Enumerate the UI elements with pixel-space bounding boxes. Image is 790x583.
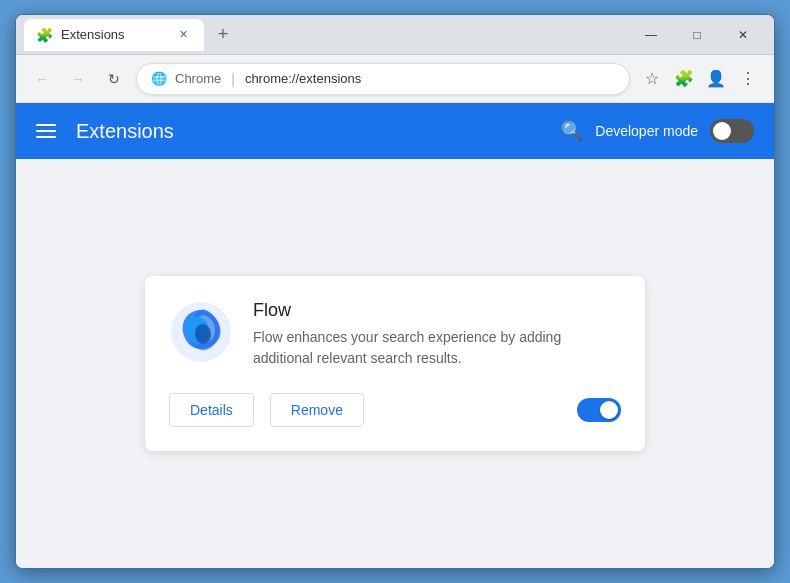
extensions-header-right: 🔍 Developer mode bbox=[561, 119, 754, 143]
url-separator: | bbox=[231, 71, 235, 87]
hamburger-menu-button[interactable] bbox=[36, 124, 56, 138]
address-bar-actions: ☆ 🧩 👤 ⋮ bbox=[638, 65, 762, 93]
url-globe-icon: 🌐 bbox=[151, 71, 167, 86]
forward-button[interactable]: → bbox=[64, 65, 92, 93]
extensions-puzzle-button[interactable]: 🧩 bbox=[670, 65, 698, 93]
developer-mode-toggle[interactable] bbox=[710, 119, 754, 143]
hamburger-line-1 bbox=[36, 124, 56, 126]
bookmark-button[interactable]: ☆ bbox=[638, 65, 666, 93]
extension-toggle-knob bbox=[600, 401, 618, 419]
window-controls: — □ ✕ bbox=[628, 20, 766, 50]
reload-button[interactable]: ↻ bbox=[100, 65, 128, 93]
extension-toggle-switch[interactable] bbox=[577, 398, 621, 422]
extension-info: Flow Flow enhances your search experienc… bbox=[253, 300, 621, 369]
details-button[interactable]: Details bbox=[169, 393, 254, 427]
profile-button[interactable]: 👤 bbox=[702, 65, 730, 93]
back-button[interactable]: ← bbox=[28, 65, 56, 93]
extension-card-footer: Details Remove bbox=[169, 393, 621, 427]
extension-card-header: Flow Flow enhances your search experienc… bbox=[169, 300, 621, 369]
remove-button[interactable]: Remove bbox=[270, 393, 364, 427]
extension-description: Flow enhances your search experience by … bbox=[253, 327, 621, 369]
minimize-button[interactable]: — bbox=[628, 20, 674, 50]
maximize-button[interactable]: □ bbox=[674, 20, 720, 50]
browser-tab[interactable]: 🧩 Extensions ✕ bbox=[24, 19, 204, 51]
extension-name: Flow bbox=[253, 300, 621, 321]
url-domain: Chrome bbox=[175, 71, 221, 86]
new-tab-button[interactable]: + bbox=[208, 20, 238, 50]
tab-title: Extensions bbox=[61, 27, 166, 42]
hamburger-line-2 bbox=[36, 130, 56, 132]
chrome-menu-button[interactable]: ⋮ bbox=[734, 65, 762, 93]
tab-close-button[interactable]: ✕ bbox=[174, 26, 192, 44]
search-icon[interactable]: 🔍 bbox=[561, 120, 583, 142]
extensions-page-title: Extensions bbox=[76, 120, 174, 143]
developer-mode-label: Developer mode bbox=[595, 123, 698, 139]
extension-enable-toggle[interactable] bbox=[577, 398, 621, 422]
developer-mode-toggle-knob bbox=[713, 122, 731, 140]
title-bar: 🧩 Extensions ✕ + — □ ✕ bbox=[16, 15, 774, 55]
extension-card: Flow Flow enhances your search experienc… bbox=[145, 276, 645, 451]
hamburger-line-3 bbox=[36, 136, 56, 138]
tab-favicon: 🧩 bbox=[36, 27, 53, 43]
close-button[interactable]: ✕ bbox=[720, 20, 766, 50]
main-content: 9/7 risk.com Flow Flow enhances your sea… bbox=[16, 159, 774, 568]
url-bar[interactable]: 🌐 Chrome | chrome://extensions bbox=[136, 63, 630, 95]
browser-window: 🧩 Extensions ✕ + — □ ✕ ← → ↻ 🌐 Chrome | … bbox=[15, 14, 775, 569]
url-path: chrome://extensions bbox=[245, 71, 361, 86]
address-bar: ← → ↻ 🌐 Chrome | chrome://extensions ☆ 🧩… bbox=[16, 55, 774, 103]
extension-logo bbox=[169, 300, 233, 364]
extensions-header: Extensions 🔍 Developer mode bbox=[16, 103, 774, 159]
